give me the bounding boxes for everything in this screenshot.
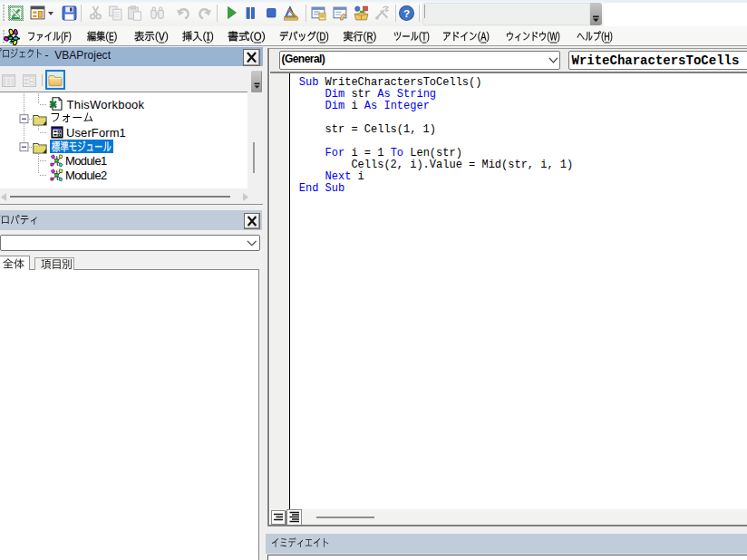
svg-text:?: ? bbox=[403, 7, 410, 19]
